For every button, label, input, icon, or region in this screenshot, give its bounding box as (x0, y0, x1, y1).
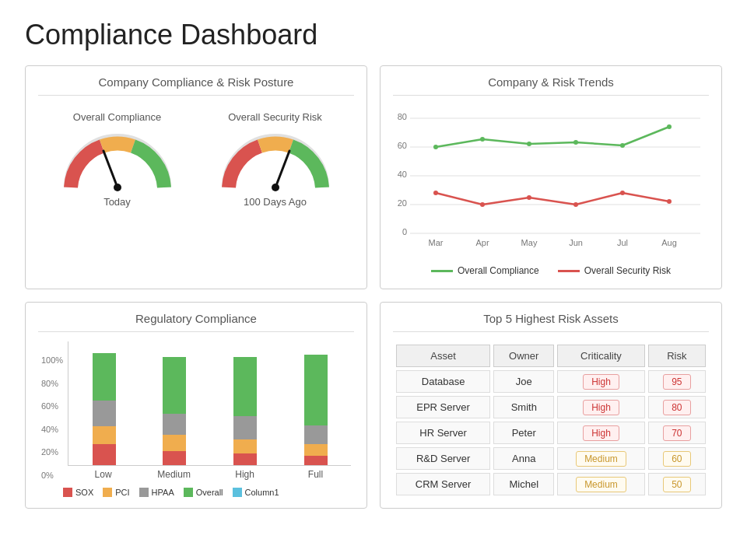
svg-text:May: May (521, 238, 538, 247)
pci-color (103, 488, 112, 497)
bar-chart-wrapper: 100% 80% 60% 40% 20% 0% (38, 341, 354, 480)
col-header-criticality: Criticality (557, 345, 644, 367)
gauge2-sublabel: 100 Days Ago (244, 196, 307, 208)
cell-criticality: High (557, 422, 644, 444)
gauge1-svg (63, 129, 172, 191)
chart-legend: Overall Compliance Overall Security Risk (393, 265, 709, 276)
cell-risk: 50 (648, 473, 706, 495)
cell-asset: EPR Server (396, 396, 490, 418)
compliance-line-icon (431, 270, 453, 272)
bar-seg-pci (93, 426, 116, 444)
bar-seg-sox (163, 451, 186, 465)
bar-x-label-low: Low (74, 469, 132, 480)
risk-trends-title: Company & Risk Trends (393, 75, 709, 96)
svg-text:40: 40 (398, 170, 407, 179)
overall-color (184, 488, 193, 497)
svg-point-31 (667, 199, 672, 204)
bar-legend: SOX PCI HPAA Overall Column1 (38, 488, 354, 497)
bar-y-axis: 100% 80% 60% 40% 20% 0% (41, 355, 63, 480)
overall-label: Overall (196, 488, 223, 497)
svg-text:Jul: Jul (617, 238, 628, 247)
page-title: Compliance Dashboard (25, 19, 722, 51)
svg-point-3 (272, 184, 279, 191)
svg-text:Aug: Aug (661, 238, 677, 247)
criticality-badge: Medium (576, 477, 626, 492)
svg-text:60: 60 (398, 141, 407, 150)
legend-pci: PCI (103, 488, 129, 497)
bar-seg-overall (163, 357, 186, 414)
criticality-badge: High (583, 425, 619, 441)
svg-line-0 (103, 151, 117, 187)
gauge-overall-compliance: Overall Compliance Today (63, 111, 172, 208)
risk-badge: 70 (663, 425, 690, 441)
bar-x-labels: Low Medium High Full (68, 466, 351, 480)
stacked-bar-full (304, 347, 328, 465)
cell-asset: CRM Server (396, 473, 490, 495)
bar-groups: Low Medium High Full (68, 341, 351, 480)
cell-asset: HR Server (396, 422, 490, 444)
risk-assets-title: Top 5 Highest Risk Assets (393, 312, 709, 332)
table-row: HR ServerPeterHigh70 (396, 422, 706, 444)
criticality-badge: High (583, 374, 619, 390)
svg-point-21 (480, 137, 485, 142)
stacked-bar-high (233, 347, 257, 465)
gauges-container: Overall Compliance Today (38, 105, 354, 211)
y-label-60: 60% (41, 401, 63, 411)
legend-col1: Column1 (233, 488, 279, 497)
risk-trends-panel: Company & Risk Trends 80 60 40 20 0 Mar … (380, 65, 722, 289)
cell-criticality: High (557, 370, 644, 393)
svg-point-29 (573, 202, 578, 207)
bar-seg-sox (233, 453, 257, 465)
cell-owner: Peter (493, 422, 554, 444)
bar-seg-overall (304, 355, 328, 425)
pci-label: PCI (115, 488, 129, 497)
criticality-badge: Medium (576, 451, 626, 467)
cell-owner: Anna (493, 447, 554, 470)
cell-risk: 95 (648, 370, 706, 393)
table-row: DatabaseJoeHigh95 (396, 370, 706, 393)
legend-risk: Overall Security Risk (558, 265, 671, 276)
y-label-0: 0% (41, 471, 63, 480)
svg-point-30 (620, 191, 625, 195)
svg-text:0: 0 (402, 227, 407, 236)
compliance-posture-title: Company Compliance & Risk Posture (38, 75, 354, 96)
legend-compliance: Overall Compliance (431, 265, 539, 276)
col1-label: Column1 (245, 488, 279, 497)
risk-badge: 60 (663, 451, 690, 467)
svg-point-28 (527, 195, 531, 200)
cell-asset: Database (396, 370, 490, 393)
svg-text:20: 20 (398, 198, 407, 208)
risk-assets-panel: Top 5 Highest Risk Assets Asset Owner Cr… (380, 302, 722, 509)
bar-seg-sox (304, 456, 328, 465)
bar-x-label-high: High (216, 469, 274, 480)
svg-point-27 (480, 202, 485, 207)
svg-point-24 (620, 143, 625, 148)
hpaa-color (139, 488, 149, 497)
svg-text:Apr: Apr (475, 238, 489, 247)
y-label-40: 40% (41, 425, 63, 434)
col-header-owner: Owner (493, 345, 554, 367)
cell-criticality: Medium (557, 447, 644, 470)
bar-seg-hpaa (233, 416, 257, 439)
cell-criticality: High (557, 396, 644, 418)
stacked-bar-low (93, 347, 116, 465)
y-label-80: 80% (41, 379, 63, 388)
risk-badge: 50 (663, 477, 690, 492)
svg-text:Mar: Mar (429, 238, 444, 247)
gauge1-sublabel: Today (103, 196, 131, 208)
svg-point-1 (114, 184, 121, 191)
sox-label: SOX (75, 488, 93, 497)
bar-seg-sox (93, 444, 116, 465)
hpaa-label: HPAA (152, 488, 174, 497)
svg-point-23 (573, 140, 578, 145)
legend-overall: Overall (184, 488, 223, 497)
cell-owner: Smith (493, 396, 554, 418)
gauge1-label: Overall Compliance (73, 111, 161, 123)
risk-badge: 95 (663, 374, 690, 390)
svg-line-2 (275, 151, 289, 187)
line-chart-svg: 80 60 40 20 0 Mar Apr May Jun Jul Aug (393, 108, 704, 256)
regulatory-compliance-panel: Regulatory Compliance 100% 80% 60% 40% 2… (25, 302, 367, 509)
cell-asset: R&D Server (396, 447, 490, 470)
bar-seg-hpaa (304, 425, 328, 444)
gauge-security-risk: Overall Security Risk 100 Days Ago (221, 111, 330, 208)
